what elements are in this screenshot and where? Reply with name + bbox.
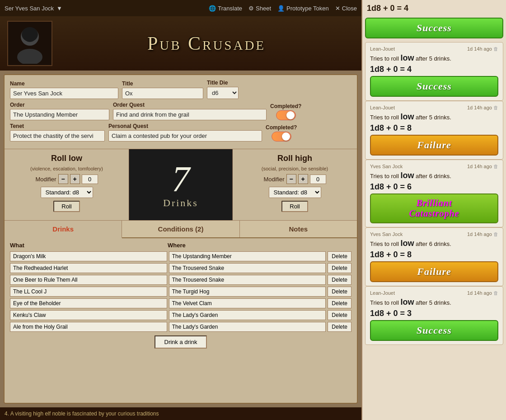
drink-where-input[interactable] [169,251,326,261]
roll-description: Tries to roll low after 5 drinks. [370,112,498,122]
modifier-decrease-high[interactable]: − [286,174,296,184]
tenet-label: Tenet [10,123,105,129]
modifier-row-low: Modifier − + [35,174,98,184]
game-title-block: Pub Crusade [59,33,354,54]
delete-drink-button[interactable]: Delete [328,322,351,332]
modifier-increase-low[interactable]: + [70,174,80,184]
tenet-field-group: Tenet [10,123,105,142]
roll-result-entry: Lean-Jouet 1d 14h ago 🗑 Tries to roll lo… [365,42,503,101]
roll-meta: Lean-Jouet 1d 14h ago 🗑 [370,105,498,110]
completed2-label: Completed? [266,124,297,131]
drink-what-input[interactable] [10,298,167,308]
drink-what-input[interactable] [10,310,167,320]
tab-drinks[interactable]: Drinks [5,221,122,238]
roll-high-button[interactable]: Roll [281,201,308,212]
roll-low-button[interactable]: Roll [53,201,80,212]
delete-drink-button[interactable]: Delete [328,310,351,320]
roll-meta: Lean-Jouet 1d 14h ago 🗑 [370,46,498,52]
modifier-value-high[interactable] [310,175,326,184]
roll-type: low [400,239,414,248]
order-field-group: Order [10,102,109,120]
tenet-input[interactable] [10,130,105,142]
close-button[interactable]: ✕ Close [335,5,357,12]
modifier-label-low: Modifier [35,176,56,183]
roll-time: 1d 14h ago 🗑 [467,46,498,52]
roll-formula: 1d8 + 0 = 8 [370,123,498,133]
roll-actor: Lean-Jouet [370,290,395,296]
roll-type: low [400,297,414,307]
delete-drink-button[interactable]: Delete [328,287,351,297]
modifier-value-low[interactable] [82,175,98,184]
result-badge: Success [370,320,498,341]
drinks-col-what: What [10,242,164,249]
fields-section: Name Title Title Die d4 d6 d8 d10 d12 [5,75,357,149]
top-bar-left: Ser Yves San Jock ▼ [5,5,62,12]
char-header: Pub Crusade [0,16,361,71]
roll-high-title: Roll high [277,154,312,163]
globe-icon: 🌐 [209,5,216,12]
roll-low-title: Roll low [51,154,82,163]
main-content: Name Title Title Die d4 d6 d8 d10 d12 [4,74,358,404]
title-die-field-group: Title Die d4 d6 d8 d10 d12 [207,80,239,99]
drink-where-input[interactable] [169,275,326,285]
personal-quest-input[interactable] [108,130,262,142]
roll-result-entry: Yves San Jock 1d 14h ago 🗑 Tries to roll… [365,160,503,227]
delete-drink-button[interactable]: Delete [328,263,351,273]
completed1-toggle[interactable] [276,110,296,120]
top-formula: 1d8 + 0 = 4 [365,3,503,14]
field-row-1: Name Title Title Die d4 d6 d8 d10 d12 [10,80,351,99]
drink-what-input[interactable] [10,263,167,273]
title-input[interactable] [122,88,203,99]
completed1-group: Completed? [270,103,301,120]
tab-notes[interactable]: Notes [240,221,357,237]
roll-actor: Yves San Jock [370,164,403,169]
drink-where-input[interactable] [169,322,326,332]
drink-what-input[interactable] [10,322,167,332]
drinks-section: What Where Delete Delete Delete Delete D… [5,238,357,403]
delete-drink-button[interactable]: Delete [328,298,351,308]
drink-a-drink-row: Drink a drink [10,335,351,349]
order-input[interactable] [10,109,109,120]
modifier-row-high: Modifier − + [263,174,326,184]
gear-icon: ⚙ [248,5,254,12]
modifier-increase-high[interactable]: + [298,174,308,184]
result-badge: Failure [370,135,498,156]
drink-where-input[interactable] [169,287,326,297]
completed2-group: Completed? [266,124,297,142]
drink-what-input[interactable] [10,275,167,285]
name-field-group: Name [10,80,118,99]
completed2-toggle[interactable] [272,132,291,142]
roll-log: Lean-Jouet 1d 14h ago 🗑 Tries to roll lo… [365,42,503,345]
drink-row: Delete [10,275,351,285]
drink-what-input[interactable] [10,287,167,297]
drink-a-drink-button[interactable]: Drink a drink [155,335,207,349]
drink-what-input[interactable] [10,251,167,261]
roll-description: Tries to roll low after 6 drinks. [370,239,498,248]
name-label: Name [10,80,118,87]
char-menu-icon[interactable]: ▼ [56,5,62,12]
drink-where-input[interactable] [169,263,326,273]
tabs-section: Drinks Conditions (2) Notes [5,221,357,238]
title-die-select[interactable]: d4 d6 d8 d10 d12 [207,87,239,99]
name-input[interactable] [10,88,118,99]
right-panel: 1d8 + 0 = 4 Success Lean-Jouet 1d 14h ag… [361,0,506,420]
die-select-low[interactable]: Standard: d8 Standard: d6 Standard: d10 [41,187,93,198]
personal-quest-label: Personal Quest [108,123,262,129]
delete-drink-button[interactable]: Delete [328,251,351,261]
drink-where-input[interactable] [169,298,326,308]
char-name-label: Ser Yves San Jock [5,5,54,12]
translate-button[interactable]: 🌐 Translate [209,5,242,12]
sheet-button[interactable]: ⚙ Sheet [248,5,271,12]
toggle-knob [286,111,295,119]
modifier-decrease-low[interactable]: − [58,174,68,184]
roll-formula: 1d8 + 0 = 8 [370,250,498,260]
prototype-token-button[interactable]: 👤 Prototype Token [277,5,329,12]
tab-conditions[interactable]: Conditions (2) [122,221,239,237]
drink-where-input[interactable] [169,310,326,320]
roll-result-entry: Lean-Jouet 1d 14h ago 🗑 Tries to roll lo… [365,101,503,160]
die-select-high[interactable]: Standard: d8 Standard: d6 Standard: d10 [269,187,321,198]
delete-drink-button[interactable]: Delete [328,275,351,285]
roll-time: 1d 14h ago 🗑 [467,290,498,296]
order-quest-input[interactable] [113,109,267,120]
roll-meta: Yves San Jock 1d 14h ago 🗑 [370,231,498,237]
